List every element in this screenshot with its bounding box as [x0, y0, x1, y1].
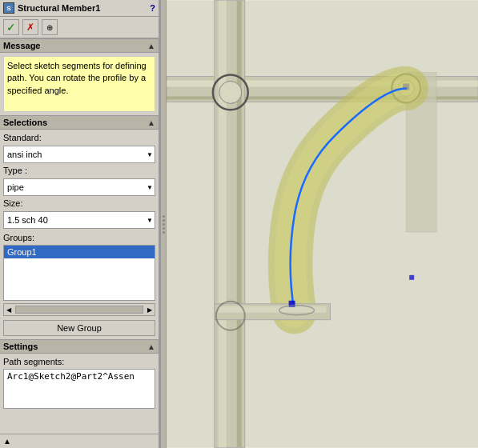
- size-label: Size:: [3, 198, 155, 208]
- left-panel: S Structural Member1 ? ✓ ✗ ⊕ Message ▲ S…: [0, 0, 160, 448]
- settings-content: Path segments: Arc1@Sketch2@Part2^Assen: [0, 354, 159, 434]
- bottom-bar: ▲: [0, 434, 159, 448]
- resize-handle[interactable]: [160, 0, 167, 448]
- path-segments-input[interactable]: Arc1@Sketch2@Part2^Assen: [3, 369, 155, 409]
- selections-section-header: Selections ▲: [0, 115, 159, 130]
- size-select[interactable]: 1.5 sch 40 1 sch 40 2 sch 40: [3, 211, 155, 229]
- scroll-thumb[interactable]: [15, 306, 143, 314]
- svg-rect-16: [409, 275, 414, 280]
- cancel-button[interactable]: ✗: [22, 19, 38, 35]
- selections-collapse-icon[interactable]: ▲: [147, 118, 155, 127]
- svg-rect-6: [237, 1, 242, 448]
- new-group-button[interactable]: New Group: [3, 320, 155, 336]
- settings-header-label: Settings: [3, 342, 38, 351]
- panel-title: Structural Member1: [18, 3, 100, 13]
- ok-button[interactable]: ✓: [3, 19, 19, 35]
- settings-collapse-icon[interactable]: ▲: [147, 342, 155, 351]
- svg-rect-5: [219, 1, 227, 448]
- group-item[interactable]: Group1: [4, 246, 155, 258]
- scroll-right-icon[interactable]: ▶: [145, 306, 155, 314]
- canvas-area[interactable]: [167, 0, 478, 448]
- message-collapse-icon[interactable]: ▲: [147, 42, 155, 50]
- 3d-scene: [167, 0, 478, 448]
- type-label: Type :: [3, 166, 155, 175]
- horizontal-scrollbar[interactable]: ◀ ▶: [3, 303, 155, 316]
- title-bar: S Structural Member1 ?: [0, 0, 159, 17]
- resize-dot-1: [163, 215, 165, 218]
- standard-select[interactable]: ansi inch iso din: [3, 146, 155, 163]
- toolbar-row: ✓ ✗ ⊕: [0, 17, 159, 38]
- resize-dot-2: [163, 219, 165, 222]
- path-segments-label: Path segments:: [3, 357, 155, 366]
- message-box: Select sketch segments for defining path…: [3, 56, 155, 112]
- selections-content: Standard: ansi inch iso din ▼ Type : pip…: [0, 130, 159, 339]
- groups-list[interactable]: Group1: [3, 245, 155, 301]
- resize-dot-5: [163, 231, 165, 234]
- resize-dot-4: [163, 227, 165, 230]
- scroll-left-icon[interactable]: ◀: [4, 306, 14, 314]
- type-dropdown-wrap: pipe tube beam ▼: [3, 178, 155, 196]
- standard-label: Standard:: [3, 133, 155, 142]
- resize-dots: [163, 215, 165, 234]
- type-select[interactable]: pipe tube beam: [3, 178, 155, 196]
- help-icon[interactable]: ?: [150, 3, 155, 13]
- message-header-label: Message: [3, 41, 40, 50]
- size-dropdown-wrap: 1.5 sch 40 1 sch 40 2 sch 40 ▼: [3, 211, 155, 229]
- bottom-icon: ▲: [3, 437, 11, 446]
- pin-button[interactable]: ⊕: [42, 19, 58, 35]
- svg-point-9: [219, 81, 242, 103]
- settings-section-header: Settings ▲: [0, 339, 159, 354]
- title-icon: S: [3, 2, 14, 14]
- selections-header-label: Selections: [3, 118, 47, 127]
- message-text: Select sketch segments for defining path…: [7, 61, 147, 95]
- message-section-header: Message ▲: [0, 38, 159, 53]
- groups-label: Groups:: [3, 233, 155, 242]
- standard-dropdown-wrap: ansi inch iso din ▼: [3, 146, 155, 163]
- resize-dot-3: [163, 223, 165, 226]
